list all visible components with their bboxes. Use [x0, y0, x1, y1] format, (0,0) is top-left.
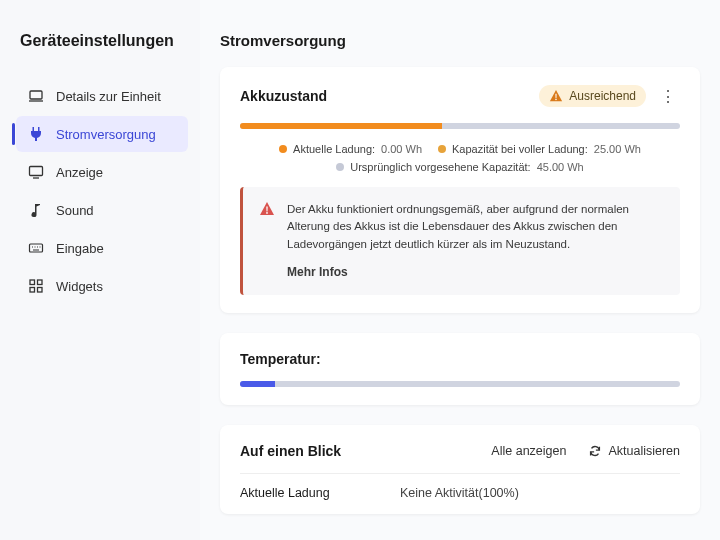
- battery-bar: [240, 123, 680, 129]
- svg-rect-6: [38, 288, 43, 293]
- sidebar-item-label: Eingabe: [56, 241, 104, 256]
- refresh-icon: [588, 444, 602, 458]
- svg-rect-4: [38, 280, 43, 285]
- plug-icon: [28, 126, 44, 142]
- sidebar-item-input[interactable]: Eingabe: [16, 230, 188, 266]
- legend-full: Kapazität bei voller Ladung: 25.00 Wh: [438, 143, 641, 155]
- battery-alert: Der Akku funktioniert ordnungsgemäß, abe…: [240, 187, 680, 295]
- svg-rect-2: [30, 244, 43, 252]
- more-menu-icon[interactable]: ⋮: [656, 87, 680, 106]
- glance-card: Auf einen Blick Alle anzeigen Aktualisie…: [220, 425, 700, 514]
- dot-icon: [279, 145, 287, 153]
- sidebar-item-power[interactable]: Stromversorgung: [16, 116, 188, 152]
- warning-triangle-icon: [549, 89, 563, 103]
- svg-rect-0: [30, 91, 42, 99]
- battery-title: Akkuzustand: [240, 88, 327, 104]
- monitor-icon: [28, 164, 44, 180]
- more-info-link[interactable]: Mehr Infos: [287, 263, 666, 281]
- battery-card: Akkuzustand Ausreichend ⋮ Aktuelle Ladun…: [220, 67, 700, 313]
- temperature-bar-fill: [240, 381, 275, 387]
- temperature-title: Temperatur:: [240, 351, 680, 367]
- note-icon: [28, 202, 44, 218]
- sidebar-item-display[interactable]: Anzeige: [16, 154, 188, 190]
- temperature-card: Temperatur:: [220, 333, 700, 405]
- glance-value: Keine Aktivität(100%): [400, 486, 519, 500]
- sidebar-item-sound[interactable]: Sound: [16, 192, 188, 228]
- battery-bar-fill: [240, 123, 442, 129]
- status-badge: Ausreichend: [539, 85, 646, 107]
- refresh-button[interactable]: Aktualisieren: [588, 444, 680, 458]
- sidebar-item-label: Details zur Einheit: [56, 89, 161, 104]
- sidebar-item-label: Widgets: [56, 279, 103, 294]
- show-all-button[interactable]: Alle anzeigen: [491, 444, 566, 458]
- alert-text: Der Akku funktioniert ordnungsgemäß, abe…: [287, 201, 666, 253]
- widgets-icon: [28, 278, 44, 294]
- svg-rect-3: [30, 280, 35, 285]
- temperature-bar: [240, 381, 680, 387]
- sidebar: Geräteeinstellungen Details zur Einheit …: [0, 0, 200, 540]
- svg-rect-5: [30, 288, 35, 293]
- keyboard-icon: [28, 240, 44, 256]
- sidebar-item-label: Sound: [56, 203, 94, 218]
- main: Stromversorgung Akkuzustand Ausreichend …: [200, 0, 720, 540]
- sidebar-item-details[interactable]: Details zur Einheit: [16, 78, 188, 114]
- legend-design: Ursprünglich vorgesehene Kapazität: 45.0…: [336, 161, 583, 173]
- page-title: Stromversorgung: [220, 32, 700, 49]
- dot-icon: [438, 145, 446, 153]
- sidebar-title: Geräteeinstellungen: [16, 32, 188, 50]
- glance-row: Aktuelle Ladung Keine Aktivität(100%): [240, 473, 680, 500]
- warning-triangle-icon: [259, 201, 275, 281]
- laptop-icon: [28, 88, 44, 104]
- sidebar-item-widgets[interactable]: Widgets: [16, 268, 188, 304]
- legend-current: Aktuelle Ladung: 0.00 Wh: [279, 143, 422, 155]
- dot-icon: [336, 163, 344, 171]
- sidebar-item-label: Anzeige: [56, 165, 103, 180]
- svg-rect-1: [30, 167, 43, 176]
- battery-legend: Aktuelle Ladung: 0.00 Wh Kapazität bei v…: [240, 143, 680, 173]
- glance-key: Aktuelle Ladung: [240, 486, 400, 500]
- sidebar-item-label: Stromversorgung: [56, 127, 156, 142]
- glance-title: Auf einen Blick: [240, 443, 341, 459]
